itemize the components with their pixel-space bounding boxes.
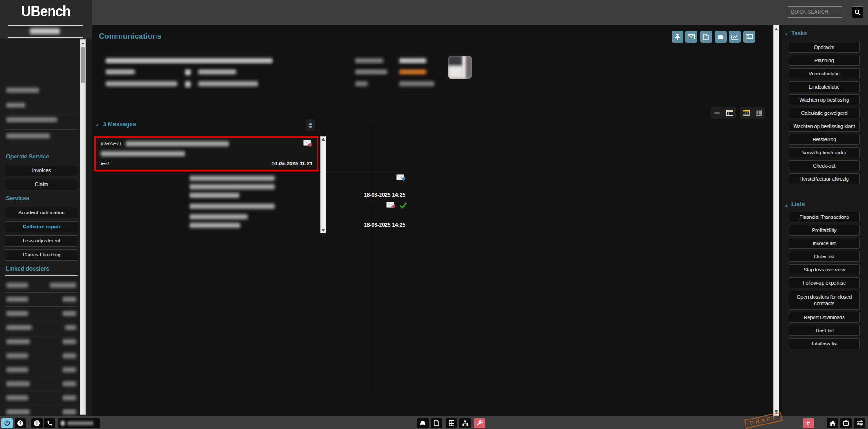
power-button[interactable] bbox=[1, 418, 13, 428]
left-sidebar: UBench Operate Service Invoices Claim Se… bbox=[0, 0, 92, 416]
document-button[interactable] bbox=[700, 31, 712, 43]
briefcase-button[interactable] bbox=[840, 418, 852, 428]
building-icon bbox=[449, 420, 454, 426]
message-item-draft-highlighted[interactable]: [DRAFT] test 14-05-2025 11:21 bbox=[94, 136, 318, 171]
image-button[interactable] bbox=[743, 31, 755, 43]
linked-dossier-row[interactable] bbox=[0, 391, 78, 405]
invoices-button[interactable]: Invoices bbox=[5, 165, 78, 176]
main-scrollbar[interactable] bbox=[773, 25, 779, 416]
settings-sliders-button[interactable] bbox=[854, 418, 865, 428]
sidebar-item-blurred[interactable] bbox=[6, 133, 50, 138]
dossier-number-blurred bbox=[30, 28, 60, 34]
hash-button[interactable]: # bbox=[803, 418, 814, 428]
list-button-totalloss-list[interactable]: Totalloss list bbox=[789, 338, 860, 349]
task-button-check-out[interactable]: Check-out bbox=[789, 160, 860, 171]
loss-adjustment-button[interactable]: Loss adjustment bbox=[5, 235, 78, 247]
sidebar-item-blurred[interactable] bbox=[6, 88, 39, 93]
sitemap-icon bbox=[462, 420, 468, 426]
search-button[interactable] bbox=[852, 6, 863, 18]
task-button-herstelling[interactable]: Herstelling bbox=[789, 134, 860, 145]
message-item[interactable]: 18-03-2025 14:25 bbox=[186, 200, 410, 232]
list-button-report-downloads[interactable]: Report Downloads bbox=[789, 312, 860, 323]
linked-dossier-row[interactable] bbox=[0, 292, 78, 306]
scroll-down-arrow-icon[interactable] bbox=[322, 229, 325, 232]
task-button-calculatie-geweigerd[interactable]: Calculatie geweigerd bbox=[789, 108, 860, 118]
info-button[interactable]: i bbox=[31, 418, 43, 428]
linked-dossier-row[interactable] bbox=[0, 363, 78, 377]
divider bbox=[5, 114, 77, 114]
scrollbar-thumb[interactable] bbox=[81, 47, 85, 83]
info-icon: i bbox=[34, 420, 40, 426]
help-button[interactable]: ? bbox=[15, 418, 26, 428]
claim-button[interactable]: Claim bbox=[5, 179, 78, 190]
task-button-planning[interactable]: Planning bbox=[789, 55, 860, 66]
message-timestamp: 14-05-2025 11:21 bbox=[271, 161, 312, 166]
mail-button[interactable] bbox=[685, 31, 697, 43]
list-button-follow-up-expertise[interactable]: Follow-up expertise bbox=[789, 277, 860, 288]
scroll-up-arrow-icon[interactable] bbox=[775, 28, 778, 30]
sidebar-item-blurred[interactable] bbox=[6, 117, 57, 122]
task-button-wachten-op-beslissing-klant[interactable]: Wachten op beslissing klant bbox=[789, 121, 860, 132]
task-button-eindcalculatie[interactable]: Eindcalculatie bbox=[789, 81, 860, 92]
sidebar-scrollbar[interactable] bbox=[80, 39, 86, 415]
divider bbox=[99, 97, 766, 97]
collapse-messages-caret-icon[interactable]: ▲ bbox=[95, 123, 99, 127]
list-view-button[interactable] bbox=[723, 107, 736, 119]
message-list-scrollbar[interactable] bbox=[320, 136, 326, 233]
list-button-profitability[interactable]: Profitability bbox=[789, 225, 860, 236]
recipient-blurred bbox=[190, 214, 248, 219]
list-button-open-dossiers-closed-contracts[interactable]: Open dossiers for closed contracts bbox=[789, 291, 860, 310]
task-button-wachten-op-beslissing[interactable]: Wachten op beslissing bbox=[789, 94, 860, 105]
grid-view-button[interactable] bbox=[740, 107, 752, 119]
pin-button[interactable] bbox=[672, 31, 683, 43]
scroll-up-arrow-icon[interactable] bbox=[81, 42, 85, 44]
message-item[interactable]: 18-03-2025 14:25 bbox=[186, 173, 410, 200]
linked-dossier-row[interactable] bbox=[0, 405, 78, 419]
chart-button[interactable] bbox=[729, 31, 741, 43]
collision-repair-button-active[interactable]: Collision repair bbox=[5, 221, 78, 232]
linked-dossier-row[interactable] bbox=[0, 349, 78, 363]
list-button-invoice-list[interactable]: Invoice list bbox=[789, 238, 860, 249]
chart-icon bbox=[731, 34, 738, 40]
list-button-theft-list[interactable]: Theft list bbox=[789, 325, 860, 336]
task-button-herstelfactuur-afwezig[interactable]: Herstelfactuur afwezig bbox=[789, 173, 860, 184]
linked-dossier-row[interactable] bbox=[0, 306, 78, 321]
documents-bottom-button[interactable] bbox=[431, 418, 442, 428]
sender-blurred bbox=[190, 204, 275, 209]
collapse-tasks-caret-icon[interactable]: ▲ bbox=[785, 32, 789, 36]
task-button-verwittig-bestuurder[interactable]: Verwittig bestuurder bbox=[789, 147, 860, 158]
claims-handling-button[interactable]: Claims Handling bbox=[5, 249, 78, 261]
list-button-order-list[interactable]: Order list bbox=[789, 251, 860, 262]
task-button-voorcalculatie[interactable]: Voorcalculatie bbox=[789, 68, 860, 79]
vehicle-photo-thumbnail[interactable] bbox=[448, 56, 472, 79]
home-icon bbox=[829, 420, 836, 426]
vehicle-button[interactable] bbox=[715, 31, 727, 43]
linked-dossier-row[interactable] bbox=[0, 278, 78, 292]
lists-title: Lists bbox=[791, 201, 805, 207]
repair-tools-button-active[interactable] bbox=[474, 418, 485, 428]
columns-view-button[interactable] bbox=[752, 107, 765, 119]
muf-label-blurred bbox=[355, 81, 368, 86]
home-button[interactable] bbox=[827, 418, 838, 428]
building-bottom-button[interactable] bbox=[446, 418, 457, 428]
list-button-stop-loss-overview[interactable]: Stop loss overview bbox=[789, 264, 860, 275]
accident-notification-button[interactable]: Accident notification bbox=[5, 207, 78, 218]
scroll-up-arrow-icon[interactable] bbox=[322, 138, 325, 141]
collapse-lists-caret-icon[interactable]: ▲ bbox=[785, 203, 789, 207]
linked-dossier-row[interactable] bbox=[0, 377, 78, 391]
list-button-financial-transactions[interactable]: Financial Transactions bbox=[789, 212, 860, 222]
user-session-button[interactable] bbox=[58, 418, 100, 428]
sitemap-bottom-button[interactable] bbox=[459, 418, 471, 428]
sort-messages-button[interactable] bbox=[306, 119, 315, 131]
messages-underline bbox=[94, 134, 323, 134]
sidebar-item-blurred[interactable] bbox=[6, 103, 25, 108]
phone-button[interactable] bbox=[44, 418, 55, 428]
collapse-view-button[interactable] bbox=[711, 107, 723, 119]
linked-dossier-row[interactable] bbox=[0, 335, 78, 349]
sidebar-divider bbox=[8, 37, 83, 38]
quick-search-input[interactable] bbox=[788, 6, 842, 18]
linked-dossier-row[interactable] bbox=[0, 321, 78, 335]
task-button-opdracht[interactable]: Opdracht bbox=[789, 42, 860, 53]
vehicle-bottom-button[interactable] bbox=[417, 418, 429, 428]
right-sidebar: ▲ Tasks Opdracht Planning Voorcalculatie… bbox=[782, 25, 868, 416]
